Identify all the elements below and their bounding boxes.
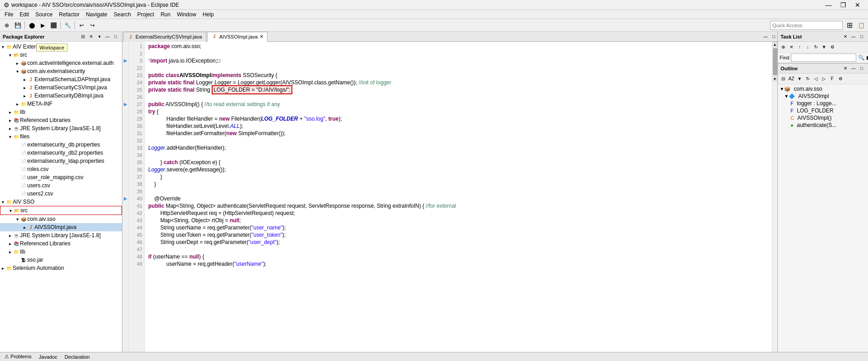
outline-max[interactable]: □ (858, 65, 865, 72)
task-settings[interactable]: ⚙ (829, 44, 836, 51)
code-content[interactable]: package com.aiv.sso;* import java.io.IOE… (145, 42, 772, 352)
outline-show[interactable]: ▷ (820, 75, 828, 83)
task-del[interactable]: ✕ (788, 44, 795, 51)
expand-arrow[interactable]: ▾ (8, 208, 13, 213)
task-list-min[interactable]: — (850, 33, 857, 40)
tab-external-csv[interactable]: J ExternalSecurityCSVImpl.java (123, 32, 206, 42)
expand-arrow[interactable]: ▸ (7, 126, 13, 131)
tree-item-externalsecurity-db-properties[interactable]: 📄externalsecurity_db.properties (0, 141, 122, 149)
task-filter[interactable]: ▼ (820, 44, 828, 51)
outline-filter[interactable]: ▼ (796, 75, 803, 83)
menu-file[interactable]: File (2, 10, 16, 19)
tab-close-aivsso[interactable]: ✕ (260, 34, 263, 39)
expand-arrow[interactable] (15, 150, 20, 156)
outline-min[interactable]: — (850, 65, 857, 72)
tree-item-com-aiv-sso[interactable]: ▾📦com.aiv.sso (0, 215, 122, 223)
expand-arrow[interactable] (15, 166, 20, 172)
scroll-thumb[interactable] (773, 48, 777, 75)
menu-refactor[interactable]: Refactor (56, 10, 82, 19)
maximize-button[interactable]: ❐ (836, 0, 850, 10)
pkg-min-button[interactable]: — (104, 33, 111, 40)
tree-item-com-activeintelligence-external-auth[interactable]: ▸📦com.activeIntelligence.external.auth (0, 59, 122, 67)
tab-aivsso[interactable]: J AIVSSOImpl.java ✕ (207, 32, 267, 42)
tab-problems[interactable]: ⚠ Problems (2, 353, 34, 361)
tree-item-meta-inf[interactable]: ▸📁META-INF (0, 100, 122, 108)
outline-item[interactable]: ▾ 📦 com.aiv.sso (780, 85, 866, 93)
menu-source[interactable]: Source (33, 10, 55, 19)
task-refresh[interactable]: ↻ (812, 44, 820, 51)
scroll-down-arrow[interactable]: ▼ (772, 76, 778, 82)
menu-window[interactable]: Window (174, 10, 199, 19)
expand-arrow[interactable]: ▸ (7, 233, 13, 238)
menu-navigate[interactable]: Navigate (83, 10, 110, 19)
tree-item-src[interactable]: ▾📂src (0, 206, 122, 215)
expand-arrow[interactable]: ▸ (7, 249, 13, 254)
new-button[interactable]: ⊕ (2, 20, 12, 30)
tree-item-roles-csv[interactable]: 📄roles.csv (0, 165, 122, 173)
editor-max-button[interactable]: □ (770, 33, 777, 40)
menu-edit[interactable]: Edit (17, 10, 32, 19)
tree-item-jre-system-library--javase-1-8-[interactable]: ▸☕JRE System Library [JavaSE-1.8] (0, 124, 122, 132)
tree-item-externalsecuritydbimpl-java[interactable]: ▸JExternalSecurityDBImpl.java (0, 92, 122, 100)
tree-item-aivssoimpl-java[interactable]: ▸JAIVSSOImpl.java (0, 223, 122, 231)
toolbar-btn-3[interactable]: ⬤ (27, 20, 37, 30)
menu-run[interactable]: Run (158, 10, 173, 19)
task-find-icon[interactable]: 🔍 (858, 54, 865, 61)
expand-arrow[interactable]: ▾ (15, 216, 20, 222)
expand-arrow[interactable]: ▾ (15, 68, 20, 74)
scroll-up-arrow[interactable]: ▲ (772, 42, 778, 47)
tree-item-externalsecuritycsvimpl-java[interactable]: ▸JExternalSecurityCSVImpl.java (0, 83, 122, 92)
editor-min-button[interactable]: — (762, 33, 769, 40)
outline-item[interactable]: F logger : Logge... (780, 100, 866, 107)
expand-arrow[interactable]: ▸ (0, 265, 5, 271)
toolbar-btn-8[interactable]: ↪ (87, 20, 97, 30)
tree-item-sso-jar[interactable]: 🗜sso.jar (0, 256, 122, 264)
tree-item-src[interactable]: ▾📂src (0, 51, 122, 59)
tree-item-files[interactable]: ▾📁files (0, 132, 122, 141)
pkg-menu-button[interactable]: ▾ (96, 33, 103, 40)
expand-arrow[interactable]: ▸ (22, 93, 27, 98)
expand-arrow[interactable]: ▸ (7, 241, 13, 246)
minimize-button[interactable]: — (822, 0, 835, 10)
toolbar-btn-4[interactable]: ▶ (38, 20, 48, 30)
outline-fields[interactable]: F (829, 75, 836, 83)
perspective-button[interactable]: ⊞ (844, 20, 854, 30)
outline-item[interactable]: C AIVSSOImpl() (780, 114, 866, 122)
expand-arrow[interactable]: ▸ (15, 101, 20, 107)
tab-javadoc[interactable]: Javadoc (36, 353, 60, 361)
tree-item-user-role-mapping-csv[interactable]: 📄user_role_mapping.csv (0, 173, 122, 181)
close-button[interactable]: ✕ (851, 0, 864, 10)
pkg-close-button[interactable]: ✕ (87, 33, 95, 40)
expand-arrow[interactable]: ▾ (0, 44, 5, 49)
outline-collapse[interactable]: ⊟ (780, 75, 787, 83)
menu-help[interactable]: Help (200, 10, 217, 19)
expand-arrow[interactable] (15, 158, 20, 164)
tree-item-com-aiv-externalsecurity[interactable]: ▾📦com.aiv.externalsecurity (0, 67, 122, 75)
open-perspective[interactable]: 📋 (856, 20, 866, 30)
task-list-max[interactable]: □ (858, 33, 865, 40)
outline-sync[interactable]: ↻ (804, 75, 811, 83)
task-find-input[interactable] (791, 54, 856, 62)
tree-item-referenced-libraries[interactable]: ▸📚Referenced Libraries (0, 239, 122, 248)
tree-item-aiv-sso[interactable]: ▾📁AIV SSO (0, 198, 122, 206)
editor-scrollbar[interactable]: ▲ ▼ (772, 42, 777, 352)
outline-sort[interactable]: AZ (788, 75, 795, 83)
pkg-max-button[interactable]: □ (112, 33, 119, 40)
outline-hide[interactable]: ◁ (812, 75, 820, 83)
expand-arrow[interactable]: ▾ (7, 134, 13, 139)
expand-arrow[interactable]: ▾ (0, 199, 5, 205)
outline-item[interactable]: ▾ 🔷 AIVSSOImpl (780, 93, 866, 100)
task-down[interactable]: ↓ (804, 44, 811, 51)
toolbar-btn-2[interactable]: 💾 (13, 20, 23, 30)
tree-item-externalsecurity-db2-properties[interactable]: 📄externalsecurity_db2.properties (0, 149, 122, 157)
outline-item[interactable]: ● authenticate(S... (780, 122, 866, 129)
task-new[interactable]: ⊕ (780, 44, 787, 51)
expand-arrow[interactable] (15, 175, 20, 180)
tree-item-jre-system-library--javase-1-8-[interactable]: ▸☕JRE System Library [JavaSE-1.8] (0, 231, 122, 239)
expand-arrow[interactable]: ▸ (15, 60, 20, 66)
expand-arrow[interactable] (15, 191, 20, 196)
expand-arrow[interactable]: ▸ (7, 109, 13, 115)
tree-item-selenium-automation[interactable]: ▸📁Selenium Automation (0, 264, 122, 272)
expand-arrow[interactable]: ▸ (22, 85, 27, 90)
toolbar-btn-5[interactable]: ⬛ (48, 20, 58, 30)
